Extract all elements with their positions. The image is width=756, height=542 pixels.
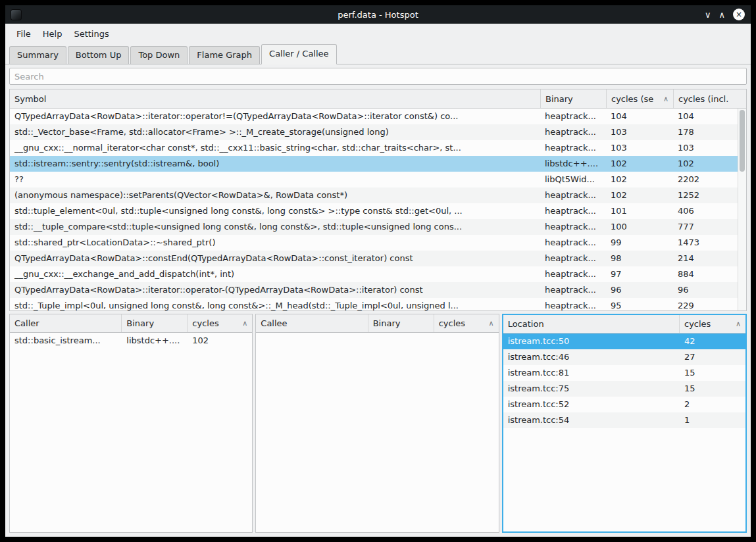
- symbol-cell: ??: [10, 172, 540, 187]
- tab-caller-callee[interactable]: Caller / Callee: [261, 44, 337, 64]
- window-title: perf.data - Hotspot: [5, 10, 751, 20]
- cycles-cell: 2: [680, 397, 745, 412]
- column-label: Binary: [545, 94, 573, 104]
- cycles-cell: 15: [680, 381, 745, 397]
- symbol-cell: QTypedArrayData<RowData>::iterator::oper…: [10, 109, 540, 124]
- column-header-binary[interactable]: Binary: [368, 314, 434, 332]
- minimize-icon[interactable]: ∨: [705, 11, 711, 19]
- column-header-binary[interactable]: Binary: [541, 89, 607, 108]
- symbol-table-row[interactable]: QTypedArrayData<RowData>::constEnd(QType…: [10, 251, 738, 266]
- column-label: Binary: [126, 318, 154, 328]
- cycles-self-cell: 102: [606, 156, 673, 172]
- location-panel: Location cycles ∧ istream.tcc:50 42 istr…: [502, 314, 747, 533]
- caller-panel: Caller Binary cycles ∧ std::basic_istrea…: [9, 314, 253, 533]
- symbol-cell: (anonymous namespace)::setParents(QVecto…: [10, 187, 540, 203]
- cycles-incl-cell: 103: [673, 140, 738, 156]
- column-header-location[interactable]: Location: [503, 315, 680, 333]
- symbol-table-row[interactable]: std::__tuple_compare<std::tuple<unsigned…: [10, 219, 738, 235]
- cycles-self-cell: 100: [606, 219, 673, 235]
- symbol-table-row[interactable]: QTypedArrayData<RowData>::iterator::oper…: [10, 109, 738, 124]
- binary-cell: heaptrack...: [540, 109, 606, 124]
- close-icon[interactable]: ×: [733, 9, 745, 20]
- location-row[interactable]: istream.tcc:46 27: [503, 349, 745, 365]
- cycles-cell: 102: [188, 333, 252, 349]
- tab-flame-graph[interactable]: Flame Graph: [189, 46, 260, 64]
- binary-cell: heaptrack...: [540, 282, 606, 298]
- cycles-incl-cell: 406: [673, 203, 738, 219]
- symbol-table-row[interactable]: std::_Tuple_impl<0ul, unsigned long cons…: [10, 298, 738, 310]
- column-header-symbol[interactable]: Symbol: [10, 89, 541, 108]
- symbol-table-row[interactable]: __gnu_cxx::__normal_iterator<char const*…: [10, 140, 738, 156]
- cycles-cell: 15: [680, 365, 745, 381]
- symbol-table-row[interactable]: QTypedArrayData<RowData>::iterator::oper…: [10, 282, 738, 298]
- binary-cell: heaptrack...: [540, 235, 606, 251]
- cycles-incl-cell: 178: [673, 124, 738, 140]
- location-cell: istream.tcc:75: [503, 381, 680, 397]
- column-header-cycles[interactable]: cycles ∧: [434, 314, 499, 332]
- menu-settings[interactable]: Settings: [68, 26, 114, 42]
- location-row-selected[interactable]: istream.tcc:50 42: [503, 333, 745, 349]
- location-panel-rows: istream.tcc:50 42 istream.tcc:46 27 istr…: [503, 333, 745, 531]
- sort-ascending-icon: ∧: [238, 319, 247, 328]
- location-cell: istream.tcc:46: [503, 349, 680, 365]
- location-cell: istream.tcc:81: [503, 365, 680, 381]
- column-header-binary[interactable]: Binary: [122, 314, 188, 332]
- cycles-self-cell: 104: [606, 109, 673, 124]
- tab-bottom-up[interactable]: Bottom Up: [68, 46, 130, 64]
- cycles-self-cell: 95: [606, 298, 673, 310]
- symbol-cell: std::_Tuple_impl<0ul, unsigned long cons…: [10, 298, 540, 310]
- column-header-cycles[interactable]: cycles ∧: [188, 314, 252, 332]
- cycles-cell: 42: [680, 333, 745, 349]
- binary-cell: heaptrack...: [540, 298, 606, 310]
- binary-cell: heaptrack...: [540, 203, 606, 219]
- cycles-incl-cell: 229: [673, 298, 738, 310]
- symbol-table-row[interactable]: std::_Vector_base<Frame, std::allocator<…: [10, 124, 738, 140]
- symbol-table-row[interactable]: (anonymous namespace)::setParents(QVecto…: [10, 187, 738, 203]
- binary-cell: libQt5Wid...: [540, 172, 606, 187]
- symbol-table-row-selected[interactable]: std::istream::sentry::sentry(std::istrea…: [10, 156, 738, 172]
- cycles-self-cell: 96: [606, 282, 673, 298]
- search-input[interactable]: [9, 68, 747, 85]
- column-label: Binary: [373, 318, 401, 328]
- symbol-cell: QTypedArrayData<RowData>::constEnd(QType…: [10, 251, 540, 266]
- tab-top-down[interactable]: Top Down: [130, 46, 188, 64]
- sort-ascending-icon: ∧: [485, 319, 494, 328]
- binary-cell: libstdc++....: [540, 156, 606, 172]
- cycles-incl-cell: 1473: [673, 235, 738, 251]
- cycles-self-cell: 103: [606, 140, 673, 156]
- caller-cell: std::basic_istream...: [10, 333, 122, 349]
- location-row[interactable]: istream.tcc:75 15: [503, 381, 745, 397]
- menu-help[interactable]: Help: [37, 26, 68, 42]
- column-label: Symbol: [14, 94, 46, 104]
- location-row[interactable]: istream.tcc:54 1: [503, 412, 745, 428]
- menu-file[interactable]: File: [11, 26, 37, 42]
- location-cell: istream.tcc:52: [503, 397, 680, 412]
- vertical-scrollbar[interactable]: [738, 109, 746, 310]
- sort-ascending-icon: ∧: [732, 320, 741, 328]
- callee-panel-rows: [256, 333, 498, 532]
- column-header-caller[interactable]: Caller: [10, 314, 122, 332]
- column-label: cycles: [439, 318, 465, 328]
- symbol-table-row[interactable]: ?? libQt5Wid... 102 2202: [10, 172, 738, 187]
- binary-cell: heaptrack...: [540, 124, 606, 140]
- column-header-cycles-self[interactable]: cycles (se ∧: [607, 89, 674, 108]
- titlebar[interactable]: perf.data - Hotspot ∨ ∧ ×: [5, 5, 751, 24]
- column-header-cycles-incl[interactable]: cycles (incl.: [674, 89, 746, 108]
- column-header-cycles[interactable]: cycles ∧: [680, 315, 745, 333]
- column-label: Caller: [14, 318, 39, 328]
- symbol-table-body: QTypedArrayData<RowData>::iterator::oper…: [10, 109, 746, 310]
- symbol-table-row[interactable]: __gnu_cxx::__exchange_and_add_dispatch(i…: [10, 266, 738, 282]
- caller-row[interactable]: std::basic_istream... libstdc++.... 102: [10, 333, 252, 349]
- maximize-icon[interactable]: ∧: [718, 11, 725, 19]
- column-header-callee[interactable]: Callee: [256, 314, 368, 332]
- tabbar: Summary Bottom Up Top Down Flame Graph C…: [5, 43, 751, 64]
- symbol-table-row[interactable]: std::tuple_element<0ul, std::tuple<unsig…: [10, 203, 738, 219]
- location-row[interactable]: istream.tcc:81 15: [503, 365, 745, 381]
- location-row[interactable]: istream.tcc:52 2: [503, 397, 745, 412]
- symbol-table-row[interactable]: std::shared_ptr<LocationData>::~shared_p…: [10, 235, 738, 251]
- tab-summary[interactable]: Summary: [9, 46, 66, 64]
- caller-panel-rows: std::basic_istream... libstdc++.... 102: [10, 333, 252, 532]
- symbol-cell: __gnu_cxx::__exchange_and_add_dispatch(i…: [10, 266, 540, 282]
- scrollbar-thumb[interactable]: [740, 110, 745, 172]
- search-row: [5, 64, 751, 89]
